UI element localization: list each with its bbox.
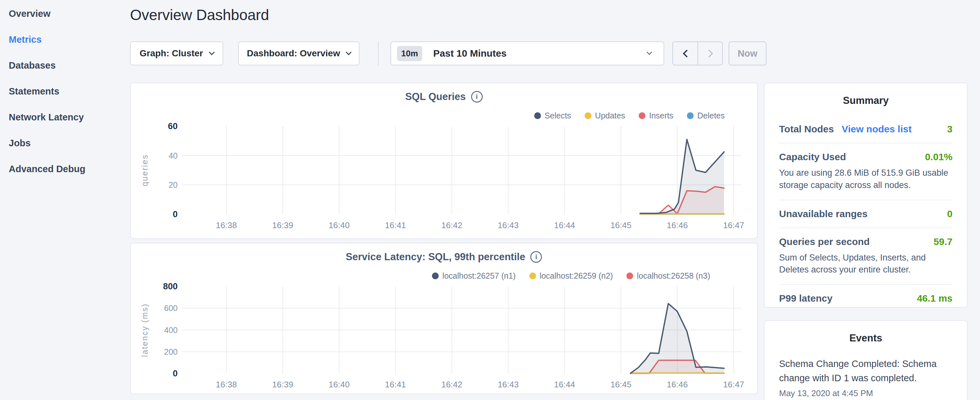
- svg-text:16:43: 16:43: [498, 379, 519, 389]
- svg-text:16:41: 16:41: [385, 220, 406, 230]
- event-list-item[interactable]: Schema Change Completed: Schema change w…: [779, 357, 953, 398]
- summary-row-p99-latency: P99 latency 46.1 ms: [779, 285, 953, 312]
- svg-text:16:47: 16:47: [723, 220, 744, 230]
- chevron-down-icon: [209, 49, 215, 55]
- sidebar-item-jobs[interactable]: Jobs: [9, 136, 31, 150]
- stat-description: You are using 28.6 MiB of 515.9 GiB usab…: [779, 167, 953, 191]
- summary-panel: Summary Total Nodes View nodes list 3 Ca…: [764, 83, 968, 308]
- service-latency-chart-card: Service Latency: SQL, 99th percentile i …: [130, 243, 758, 394]
- svg-text:16:42: 16:42: [441, 220, 462, 230]
- prev-range-button[interactable]: [673, 42, 698, 65]
- svg-text:40: 40: [169, 151, 178, 160]
- stat-label: Unavailable ranges: [779, 209, 867, 220]
- time-range-badge: 10m: [397, 46, 422, 61]
- svg-text:latency (ms): latency (ms): [140, 303, 149, 357]
- svg-text:16:40: 16:40: [329, 220, 350, 230]
- svg-text:16:38: 16:38: [216, 220, 237, 230]
- sidebar-item-statements[interactable]: Statements: [9, 84, 59, 98]
- summary-row-unavailable-ranges: Unavailable ranges 0: [779, 200, 953, 228]
- stat-label: Queries per second: [779, 236, 870, 247]
- service-latency-plot[interactable]: 020040060080016:3816:3916:4016:4116:4216…: [131, 243, 758, 395]
- summary-row-queries-per-second: Queries per second 59.7 Sum of Selects, …: [779, 228, 953, 285]
- graph-scope-dropdown[interactable]: Graph: Cluster: [130, 41, 223, 65]
- svg-text:16:46: 16:46: [667, 220, 688, 230]
- sql-queries-plot[interactable]: 020406016:3816:3916:4016:4116:4216:4316:…: [131, 83, 758, 239]
- stat-value: 59.7: [934, 236, 953, 247]
- stat-value: 46.1 ms: [917, 293, 953, 304]
- svg-text:20: 20: [169, 180, 178, 189]
- sidebar-item-advanced-debug[interactable]: Advanced Debug: [9, 162, 86, 176]
- dashboard-dropdown[interactable]: Dashboard: Overview: [238, 41, 360, 65]
- event-message: Schema Change Completed: Schema change w…: [779, 357, 953, 385]
- sidebar-item-databases[interactable]: Databases: [9, 58, 56, 72]
- svg-text:16:45: 16:45: [611, 379, 632, 389]
- svg-text:16:44: 16:44: [554, 379, 575, 389]
- svg-text:16:39: 16:39: [272, 220, 293, 230]
- svg-text:16:47: 16:47: [723, 379, 744, 389]
- next-range-button[interactable]: [698, 42, 722, 65]
- summary-row-total-nodes: Total Nodes View nodes list 3: [779, 116, 953, 143]
- stat-label: Capacity Used: [779, 151, 846, 163]
- now-button[interactable]: Now: [729, 41, 767, 65]
- dashboard-label: Dashboard: Overview: [247, 48, 340, 59]
- sql-queries-chart-card: SQL Queries i SelectsUpdatesInsertsDelet…: [130, 83, 758, 239]
- events-panel: Events Schema Change Completed: Schema c…: [764, 320, 968, 400]
- svg-text:600: 600: [164, 304, 178, 312]
- sidebar-item-metrics[interactable]: Metrics: [9, 32, 42, 46]
- time-range-label: Past 10 Minutes: [433, 48, 507, 59]
- svg-text:400: 400: [164, 325, 178, 335]
- sidebar-item-network-latency[interactable]: Network Latency: [9, 110, 84, 124]
- stat-value: 0: [947, 209, 953, 220]
- svg-text:16:44: 16:44: [554, 220, 575, 230]
- stat-label: P99 latency: [779, 293, 832, 304]
- svg-text:0: 0: [173, 209, 178, 219]
- chevron-down-icon: [345, 49, 352, 55]
- stat-label: Total Nodes: [779, 124, 834, 135]
- event-timestamp: May 13, 2020 at 4:45 PM: [779, 388, 953, 398]
- svg-text:queries: queries: [140, 154, 149, 186]
- svg-text:0: 0: [173, 369, 178, 378]
- svg-text:16:42: 16:42: [441, 379, 462, 389]
- time-pager: [672, 41, 723, 65]
- svg-text:200: 200: [164, 347, 178, 356]
- stat-value: 0.01%: [925, 151, 953, 163]
- graph-scope-label: Graph: Cluster: [140, 48, 203, 59]
- svg-text:800: 800: [163, 282, 178, 291]
- chevron-left-icon: [682, 49, 690, 57]
- time-range-picker[interactable]: 10m Past 10 Minutes: [390, 41, 664, 65]
- svg-text:60: 60: [168, 121, 178, 131]
- svg-text:16:46: 16:46: [667, 379, 688, 389]
- svg-text:16:38: 16:38: [216, 379, 237, 389]
- stat-value: 3: [947, 124, 953, 135]
- svg-text:16:39: 16:39: [272, 379, 293, 389]
- events-title: Events: [779, 332, 953, 344]
- summary-row-capacity-used: Capacity Used 0.01% You are using 28.6 M…: [779, 143, 953, 200]
- svg-text:16:45: 16:45: [611, 220, 632, 230]
- controls-divider: [378, 41, 379, 65]
- view-nodes-list-link[interactable]: View nodes list: [842, 124, 912, 135]
- svg-text:16:41: 16:41: [385, 379, 406, 389]
- stat-description: Sum of Selects, Updates, Inserts, and De…: [779, 252, 953, 276]
- svg-text:16:40: 16:40: [329, 379, 350, 389]
- chevron-down-icon: [647, 49, 652, 55]
- svg-text:16:43: 16:43: [498, 220, 519, 230]
- sidebar-item-overview[interactable]: Overview: [9, 6, 51, 21]
- sidebar: Overview Metrics Databases Statements Ne…: [0, 0, 123, 400]
- summary-title: Summary: [779, 95, 953, 107]
- page-title: Overview Dashboard: [130, 5, 269, 25]
- chevron-right-icon: [705, 49, 713, 57]
